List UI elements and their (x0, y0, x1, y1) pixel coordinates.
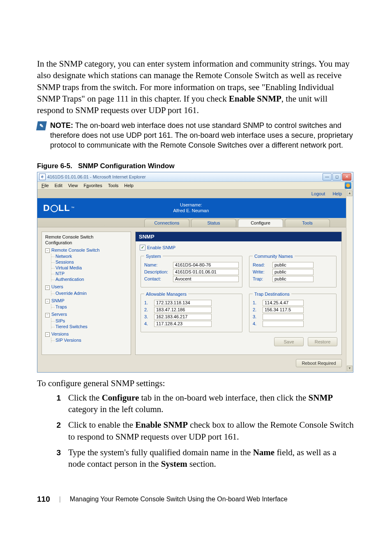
read-input[interactable] (272, 262, 314, 268)
tree-override-admin[interactable]: Override Admin (55, 291, 87, 296)
tree-title-2: Configuration (45, 240, 127, 245)
name-label: Name: (144, 262, 170, 267)
note-body: The on-board web interface does not use … (50, 121, 353, 150)
note-icon: ✎ (36, 121, 47, 130)
footer-divider: | (59, 496, 61, 503)
tree-authentication[interactable]: Authentication (55, 277, 84, 282)
tree-servers[interactable]: Servers (51, 312, 67, 317)
tree-toggle-icon[interactable]: − (45, 285, 50, 290)
reboot-required-button[interactable]: Reboot Required (296, 359, 342, 367)
tab-status[interactable]: Status (191, 219, 236, 227)
mgr-num: 1. (144, 300, 151, 305)
tab-tools[interactable]: Tools (285, 219, 330, 227)
restore-button[interactable]: Restore (308, 337, 337, 346)
note-block: ✎ NOTE: The on-board web interface does … (37, 120, 355, 151)
manager-1-input[interactable] (154, 300, 212, 306)
tree-root[interactable]: Remote Console Switch (51, 248, 99, 253)
nav-tree: −Remote Console Switch Network Sessions … (45, 248, 127, 343)
close-button[interactable]: ✕ (342, 173, 351, 181)
contact-input[interactable] (173, 276, 239, 282)
menubar: File Edit View Favorites Tools Help (37, 182, 353, 190)
write-label: Write: (253, 269, 269, 274)
form-panel: SNMP ✓ Enable SNMP System (135, 232, 342, 355)
trapdest-1-input[interactable] (263, 300, 304, 306)
tab-connections[interactable]: Connections (144, 219, 189, 227)
intro-paragraph: In the SNMP category, you can enter syst… (37, 58, 355, 116)
trapdest-2-input[interactable] (263, 307, 304, 313)
username-label: Username: (75, 202, 307, 208)
tab-configure[interactable]: Configure (238, 219, 283, 227)
manager-2-input[interactable] (154, 307, 212, 313)
tree-sips[interactable]: SIPs (55, 318, 65, 323)
tree-network[interactable]: Network (55, 254, 72, 259)
tab-row: Connections Status Configure Tools (37, 218, 346, 227)
manager-4-input[interactable] (154, 321, 212, 327)
page-footer: 110 | Managing Your Remote Console Switc… (37, 495, 355, 504)
menu-file[interactable]: File (39, 183, 51, 188)
step-number: 2 (53, 419, 61, 442)
enable-snmp-checkbox[interactable]: ✓ (140, 245, 145, 250)
name-input[interactable] (173, 262, 239, 268)
managers-fieldset: Allowable Managers 1. 2. 3. 4. (141, 292, 242, 332)
write-input[interactable] (272, 269, 314, 275)
menu-tools[interactable]: Tools (106, 183, 121, 188)
tree-tiered[interactable]: Tiered Switches (55, 324, 88, 329)
desc-input[interactable] (173, 269, 239, 275)
menu-favorites[interactable]: Favorites (81, 183, 104, 188)
intro-bold: Enable SNMP (229, 94, 281, 104)
step-number: 3 (53, 447, 61, 470)
minimize-button[interactable]: — (323, 173, 332, 181)
trap-input[interactable] (272, 276, 314, 282)
tree-toggle-icon[interactable]: − (45, 248, 50, 253)
chapter-title: Managing Your Remote Console Switch Usin… (70, 496, 288, 503)
manager-3-input[interactable] (154, 314, 212, 320)
menu-edit[interactable]: Edit (52, 183, 65, 188)
save-button[interactable]: Save (274, 337, 304, 346)
tree-title-1: Remote Console Switch (45, 234, 127, 239)
figure-number: Figure 6-5. (37, 162, 72, 170)
trapdest-fieldset: Trap Destinations 1. 2. 3. 4. (249, 292, 337, 332)
system-fieldset: System Name: Description: (141, 254, 242, 287)
trapdest-4-input[interactable] (263, 321, 304, 327)
scroll-down-icon[interactable]: ▼ (347, 366, 353, 371)
step-3: 3 Type the system's fully qualified doma… (53, 447, 355, 470)
page-number: 110 (37, 495, 50, 504)
window-title: 4161DS 01.01.06.01 - Microsoft Internet … (47, 174, 321, 179)
vertical-scrollbar[interactable]: ▲ ▼ (346, 190, 353, 372)
tree-sip-versions[interactable]: SIP Versions (55, 338, 81, 343)
steps-intro: To configure general SNMP settings: (37, 378, 355, 389)
tree-versions[interactable]: Versions (51, 331, 69, 336)
menu-view[interactable]: View (66, 183, 81, 188)
dell-logo: DLL™ (43, 203, 75, 213)
mgr-num: 2. (144, 307, 151, 312)
td-num: 3. (253, 314, 259, 319)
td-num: 1. (253, 300, 259, 305)
tree-snmp[interactable]: SNMP (51, 298, 65, 303)
read-label: Read: (253, 262, 269, 267)
help-link[interactable]: Help (332, 191, 342, 196)
maximize-button[interactable]: ◻ (332, 173, 341, 181)
tree-ntp[interactable]: NTP (55, 271, 65, 276)
screenshot-window: e 4161DS 01.01.06.01 - Microsoft Interne… (37, 172, 353, 373)
figure-caption: Figure 6-5.SNMP Configuration Window (37, 162, 355, 170)
menu-help[interactable]: Help (122, 183, 136, 188)
community-legend: Community Names (253, 254, 295, 259)
step-1: 1 Click the Configure tab in the on-boar… (53, 392, 355, 415)
trapdest-legend: Trap Destinations (253, 292, 291, 297)
tree-toggle-icon[interactable]: − (45, 313, 50, 317)
tree-toggle-icon[interactable]: − (45, 299, 50, 303)
form-header: SNMP (136, 232, 341, 241)
logout-link[interactable]: Logout (311, 191, 325, 196)
window-titlebar: e 4161DS 01.01.06.01 - Microsoft Interne… (37, 172, 353, 182)
tree-toggle-icon[interactable]: − (45, 332, 50, 337)
community-fieldset: Community Names Read: Write: Trap: (249, 254, 337, 287)
tree-sessions[interactable]: Sessions (55, 259, 74, 264)
trapdest-3-input[interactable] (263, 314, 304, 320)
scroll-up-icon[interactable]: ▲ (347, 190, 353, 196)
contact-label: Contact: (144, 276, 170, 281)
tree-traps[interactable]: Traps (55, 304, 67, 309)
enable-snmp-label: Enable SNMP (147, 245, 175, 250)
tree-users[interactable]: Users (51, 284, 63, 289)
step-number: 1 (53, 392, 61, 415)
tree-virtual-media[interactable]: Virtual Media (55, 265, 82, 270)
